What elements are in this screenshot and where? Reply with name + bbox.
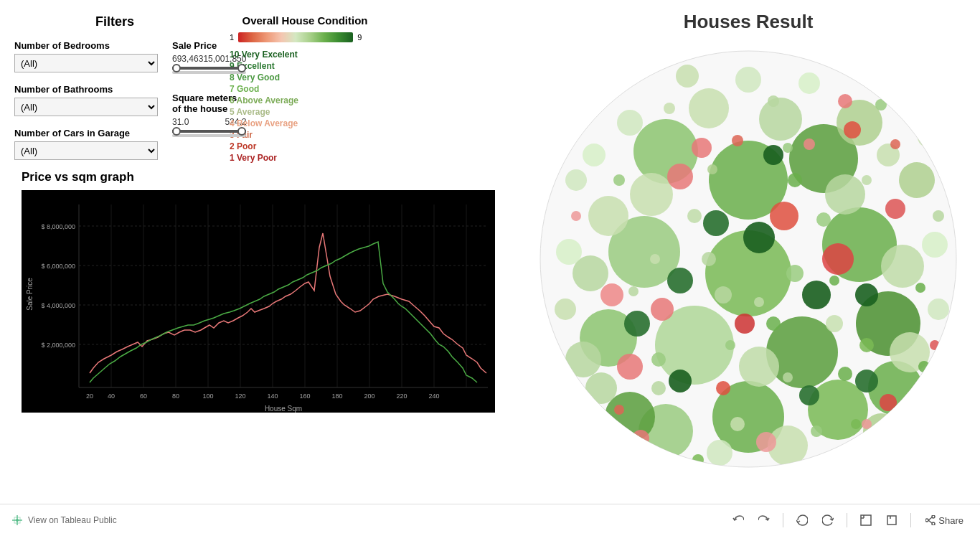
share-label: Share (938, 515, 963, 526)
svg-point-137 (650, 254, 660, 264)
svg-point-140 (783, 143, 793, 153)
svg-text:60: 60 (140, 392, 147, 400)
svg-point-118 (687, 209, 702, 223)
scale-min-label: 1 (230, 33, 234, 42)
svg-point-164 (925, 519, 928, 522)
svg-point-53 (759, 98, 802, 141)
svg-rect-157 (861, 515, 871, 525)
svg-point-77 (565, 169, 587, 191)
svg-point-98 (651, 298, 674, 321)
svg-point-147 (862, 419, 872, 429)
legend-item-2: 2 Poor (230, 141, 380, 151)
svg-point-86 (667, 268, 693, 293)
legend-item-6: 6 Above Average (230, 95, 380, 105)
svg-point-74 (928, 298, 949, 320)
right-panel: Houses Result (524, 7, 973, 529)
svg-text:220: 220 (396, 392, 407, 400)
svg-point-113 (826, 315, 843, 332)
svg-point-142 (628, 286, 639, 296)
legend-item-10: 10 Very Excelent (230, 50, 380, 60)
svg-point-149 (804, 138, 815, 150)
svg-point-93 (763, 145, 783, 165)
tableau-link[interactable]: View on Tableau Public (11, 514, 117, 527)
svg-point-85 (743, 222, 775, 253)
svg-point-91 (669, 370, 692, 392)
svg-point-83 (918, 400, 938, 420)
svg-text:$ 4,000,000: $ 4,000,000 (41, 302, 75, 309)
redo-button[interactable] (754, 510, 774, 530)
bathroom-filter-group: Number of Bathrooms (All) 12345 (14, 84, 158, 116)
legend-items: 10 Very Excelent 9 Excellent 8 Very Good… (230, 50, 380, 163)
svg-point-132 (875, 99, 887, 111)
revert-button[interactable] (792, 510, 812, 530)
svg-point-120 (651, 381, 666, 395)
svg-point-69 (676, 65, 699, 88)
expand-button[interactable] (882, 510, 902, 530)
bathroom-label: Number of Bathrooms (14, 84, 158, 95)
svg-point-58 (881, 245, 924, 288)
filters-title: Filters (14, 14, 215, 29)
svg-point-82 (834, 449, 856, 471)
svg-point-73 (922, 232, 948, 258)
chart-title: Price vs sqm graph (22, 170, 509, 184)
svg-point-144 (923, 433, 933, 443)
svg-text:$ 8,000,000: $ 8,000,000 (41, 223, 75, 230)
svg-text:240: 240 (428, 392, 439, 400)
legend-item-3: 3 Fair (230, 130, 380, 140)
svg-point-87 (802, 281, 831, 309)
legend-item-9: 9 Excellent (230, 61, 380, 71)
share-button[interactable]: Share (920, 512, 969, 529)
svg-text:120: 120 (235, 392, 245, 400)
garage-select[interactable]: (All) 01234 (14, 141, 158, 160)
svg-point-152 (890, 139, 900, 149)
houses-result-title: Houses Result (684, 11, 814, 33)
svg-point-89 (855, 283, 878, 306)
fullscreen-button[interactable] (856, 510, 876, 530)
svg-point-67 (585, 372, 617, 404)
svg-rect-160 (887, 516, 896, 525)
svg-point-79 (583, 144, 606, 166)
svg-text:100: 100 (202, 392, 213, 400)
bedroom-select[interactable]: (All) 12345 (14, 54, 158, 72)
scale-max-label: 9 (357, 33, 362, 42)
svg-point-148 (614, 405, 624, 415)
svg-point-131 (664, 103, 675, 114)
svg-point-123 (811, 425, 822, 437)
svg-point-110 (786, 265, 804, 282)
legend-item-5: 5 Average (230, 107, 380, 117)
svg-point-80 (707, 440, 732, 466)
svg-text:140: 140 (267, 392, 278, 400)
legend-item-1: 1 Very Poor (230, 153, 380, 163)
bedroom-filter-group: Number of Bedrooms (All) 12345 (14, 40, 158, 72)
svg-point-92 (799, 385, 819, 405)
svg-point-125 (875, 440, 887, 451)
svg-point-56 (630, 173, 673, 216)
svg-point-105 (880, 394, 897, 411)
garage-label: Number of Cars in Garage (14, 128, 158, 138)
svg-point-81 (622, 448, 645, 471)
svg-point-100 (617, 354, 643, 380)
bedroom-label: Number of Bedrooms (14, 40, 158, 51)
tableau-link-text[interactable]: View on Tableau Public (28, 515, 117, 525)
refresh-button[interactable] (818, 510, 838, 530)
svg-point-75 (555, 298, 576, 320)
svg-point-145 (596, 448, 606, 458)
svg-point-95 (770, 202, 798, 230)
svg-point-88 (624, 311, 650, 337)
svg-point-138 (829, 276, 839, 286)
bathroom-select[interactable]: (All) 12345 (14, 98, 158, 116)
svg-point-127 (933, 210, 944, 222)
svg-text:Sale Price: Sale Price (26, 278, 34, 311)
undo-button[interactable] (728, 510, 748, 530)
sale-price-slider[interactable] (172, 67, 246, 78)
svg-text:House Sqm: House Sqm (265, 405, 302, 413)
divider-2 (847, 513, 847, 527)
svg-point-61 (899, 162, 935, 198)
svg-point-115 (859, 338, 874, 352)
svg-text:20: 20 (86, 392, 93, 400)
svg-line-166 (928, 520, 932, 523)
sqm-slider[interactable] (172, 130, 246, 141)
svg-point-70 (798, 72, 820, 94)
svg-point-130 (768, 95, 779, 107)
sale-price-min: 693,463 (172, 54, 203, 64)
